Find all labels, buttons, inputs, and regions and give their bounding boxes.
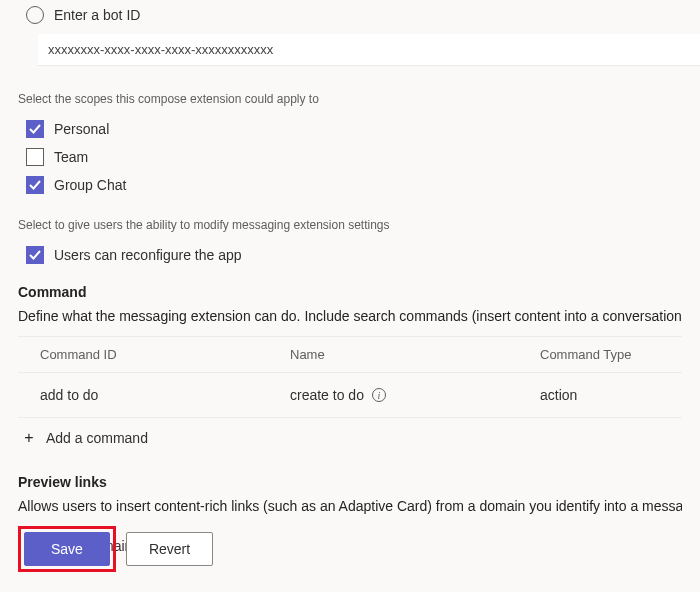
scope-personal-label: Personal <box>54 121 109 137</box>
table-row[interactable]: add to do create to do i action <box>18 373 682 418</box>
col-header-id: Command ID <box>40 347 290 362</box>
plus-icon: + <box>22 431 36 445</box>
scope-groupchat-checkbox[interactable] <box>26 176 44 194</box>
scope-groupchat-label: Group Chat <box>54 177 126 193</box>
scopes-caption: Select the scopes this compose extension… <box>18 92 682 106</box>
scope-team-checkbox[interactable] <box>26 148 44 166</box>
save-button[interactable]: Save <box>24 532 110 566</box>
add-command-label: Add a command <box>46 430 148 446</box>
col-header-name: Name <box>290 347 540 362</box>
info-icon[interactable]: i <box>372 388 386 402</box>
check-icon <box>29 179 41 191</box>
cell-command-id: add to do <box>40 387 290 403</box>
reconfigure-caption: Select to give users the ability to modi… <box>18 218 682 232</box>
check-icon <box>29 249 41 261</box>
preview-title: Preview links <box>18 474 682 490</box>
cell-command-name: create to do <box>290 387 364 403</box>
command-title: Command <box>18 284 682 300</box>
scope-personal-checkbox[interactable] <box>26 120 44 138</box>
reconfigure-label: Users can reconfigure the app <box>54 247 242 263</box>
bot-id-radio-label: Enter a bot ID <box>54 7 140 23</box>
commands-table: Command ID Name Command Type add to do c… <box>18 336 682 418</box>
cell-command-type: action <box>540 387 660 403</box>
scope-team-label: Team <box>54 149 88 165</box>
add-command-button[interactable]: + Add a command <box>18 418 682 460</box>
check-icon <box>29 123 41 135</box>
col-header-type: Command Type <box>540 347 660 362</box>
reconfigure-checkbox[interactable] <box>26 246 44 264</box>
command-desc: Define what the messaging extension can … <box>18 308 682 324</box>
bot-id-radio[interactable] <box>26 6 44 24</box>
preview-desc: Allows users to insert content-rich link… <box>18 498 682 514</box>
revert-button[interactable]: Revert <box>126 532 213 566</box>
bot-id-input[interactable] <box>38 34 700 66</box>
save-highlight: Save <box>18 526 116 572</box>
